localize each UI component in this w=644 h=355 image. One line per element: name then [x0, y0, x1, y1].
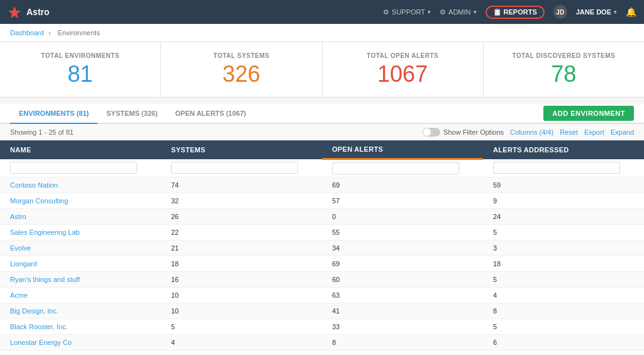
- cell-systems: 4: [161, 335, 322, 351]
- cell-addressed: 1: [483, 351, 644, 356]
- admin-chevron-icon: ▾: [474, 9, 477, 15]
- stat-value: 78: [490, 63, 638, 86]
- stat-value: 326: [167, 63, 315, 86]
- columns-button[interactable]: Columns (4/4): [510, 128, 553, 136]
- admin-menu[interactable]: ⚙ ADMIN ▾: [440, 8, 476, 16]
- stat-label: TOTAL DISCOVERED SYSTEMS: [490, 52, 638, 59]
- export-button[interactable]: Export: [584, 128, 604, 136]
- cell-alerts: 34: [322, 240, 483, 256]
- table-row: Lonestar Energy Co486: [0, 335, 644, 351]
- breadcrumb-current: Environments: [58, 29, 100, 37]
- filter-name-input[interactable]: [10, 162, 137, 174]
- cell-alerts: 69: [322, 178, 483, 193]
- add-environment-button[interactable]: ADD ENVIRONMENT: [543, 106, 634, 121]
- col-systems-header: SYSTEMS: [161, 140, 322, 159]
- environments-table: NAME SYSTEMS OPEN ALERTS ALERTS ADDRESSE…: [0, 140, 644, 355]
- admin-label: ADMIN: [448, 8, 470, 16]
- cell-systems: 22: [161, 225, 322, 240]
- cell-name[interactable]: Liongard: [0, 256, 161, 272]
- cell-name[interactable]: Black Rooster, Inc.: [0, 319, 161, 335]
- cell-systems: 18: [161, 256, 322, 272]
- filter-systems-input[interactable]: [171, 162, 298, 174]
- cell-systems: 5: [161, 319, 322, 335]
- cell-name[interactable]: Morgan Consulting: [0, 193, 161, 209]
- cell-name[interactable]: Chris Craft Boats: [0, 351, 161, 356]
- toolbar: Showing 1 - 25 of 81 Show Filter Options…: [0, 124, 644, 140]
- support-chevron-icon: ▾: [428, 9, 431, 15]
- stats-row: TOTAL ENVIRONMENTS 81 TOTAL SYSTEMS 326 …: [0, 42, 644, 98]
- svg-marker-0: [8, 6, 21, 18]
- toggle-knob: [423, 128, 431, 136]
- table-row: Liongard186918: [0, 256, 644, 272]
- cell-name[interactable]: Sales Engineering Lab: [0, 225, 161, 240]
- cell-addressed: 4: [483, 288, 644, 303]
- filter-toggle-switch[interactable]: [423, 128, 440, 137]
- cell-name[interactable]: Astro: [0, 209, 161, 225]
- filter-label: Show Filter Options: [443, 128, 504, 136]
- breadcrumb-home[interactable]: Dashboard: [10, 29, 44, 37]
- cell-addressed: 8: [483, 303, 644, 319]
- breadcrumb-separator: ›: [48, 29, 53, 37]
- reports-icon: 📋: [493, 8, 502, 16]
- cell-name[interactable]: Evolve: [0, 240, 161, 256]
- cell-alerts: 8: [322, 335, 483, 351]
- user-menu[interactable]: JANE DOE ▾: [576, 8, 617, 16]
- cell-alerts: 69: [322, 256, 483, 272]
- user-chevron-icon: ▾: [614, 9, 617, 15]
- stat-card: TOTAL OPEN ALERTS 1067: [323, 42, 484, 97]
- filter-addressed-input[interactable]: [493, 162, 620, 174]
- table-row: Evolve21343: [0, 240, 644, 256]
- stat-label: TOTAL SYSTEMS: [167, 52, 315, 59]
- cell-name[interactable]: Acme: [0, 288, 161, 303]
- table-row: Sales Engineering Lab22555: [0, 225, 644, 240]
- table-row: Black Rooster, Inc.5335: [0, 319, 644, 335]
- support-label: SUPPORT: [392, 8, 425, 16]
- stat-label: TOTAL ENVIRONMENTS: [6, 52, 154, 59]
- cell-name[interactable]: Contoso Nation: [0, 178, 161, 193]
- navbar: Astro ⚙ SUPPORT ▾ ⚙ ADMIN ▾ 📋 REPORTS JD…: [0, 0, 644, 24]
- cell-name[interactable]: Ryan's things and stuff: [0, 272, 161, 288]
- cell-addressed: 9: [483, 193, 644, 209]
- expand-button[interactable]: Expand: [611, 128, 634, 136]
- cell-addressed: 3: [483, 240, 644, 256]
- stat-value: 1067: [329, 63, 477, 86]
- navbar-left: Astro: [8, 5, 50, 19]
- notifications-bell[interactable]: 🔔: [626, 7, 636, 17]
- cell-addressed: 24: [483, 209, 644, 225]
- reset-button[interactable]: Reset: [560, 128, 578, 136]
- cell-name[interactable]: Big Design, Inc.: [0, 303, 161, 319]
- cell-alerts: 33: [322, 319, 483, 335]
- user-avatar: JD: [553, 5, 567, 19]
- support-menu[interactable]: ⚙ SUPPORT ▾: [383, 8, 431, 16]
- filter-alerts-input[interactable]: [332, 162, 459, 174]
- cell-addressed: 5: [483, 319, 644, 335]
- cell-systems: 4: [161, 351, 322, 356]
- table-header-row: NAME SYSTEMS OPEN ALERTS ALERTS ADDRESSE…: [0, 140, 644, 159]
- cell-systems: 74: [161, 178, 322, 193]
- cell-addressed: 5: [483, 272, 644, 288]
- stat-card: TOTAL DISCOVERED SYSTEMS 78: [484, 42, 644, 97]
- cell-systems: 10: [161, 288, 322, 303]
- toolbar-right: Show Filter Options Columns (4/4) Reset …: [423, 128, 634, 137]
- table-row: Chris Craft Boats4271: [0, 351, 644, 356]
- filter-toggle[interactable]: Show Filter Options: [423, 128, 504, 137]
- reports-button[interactable]: 📋 REPORTS: [486, 6, 545, 19]
- tab[interactable]: ENVIRONMENTS (81): [10, 104, 97, 124]
- user-name: JANE DOE: [576, 8, 611, 16]
- tabs-row: ENVIRONMENTS (81)SYSTEMS (326)OPEN ALERT…: [0, 104, 644, 124]
- cell-systems: 16: [161, 272, 322, 288]
- stat-label: TOTAL OPEN ALERTS: [329, 52, 477, 59]
- table-row: Morgan Consulting32579: [0, 193, 644, 209]
- admin-icon: ⚙: [440, 8, 446, 16]
- col-addressed-header: ALERTS ADDRESSED: [483, 140, 644, 159]
- cell-alerts: 60: [322, 272, 483, 288]
- app-brand: Astro: [26, 7, 50, 17]
- cell-systems: 21: [161, 240, 322, 256]
- showing-label: Showing 1 - 25 of 81: [10, 128, 74, 136]
- cell-addressed: 18: [483, 256, 644, 272]
- tab[interactable]: OPEN ALERTS (1067): [167, 104, 255, 124]
- navbar-right: ⚙ SUPPORT ▾ ⚙ ADMIN ▾ 📋 REPORTS JD JANE …: [383, 5, 636, 19]
- cell-name[interactable]: Lonestar Energy Co: [0, 335, 161, 351]
- tab[interactable]: SYSTEMS (326): [97, 104, 166, 124]
- table-row: Astro26024: [0, 209, 644, 225]
